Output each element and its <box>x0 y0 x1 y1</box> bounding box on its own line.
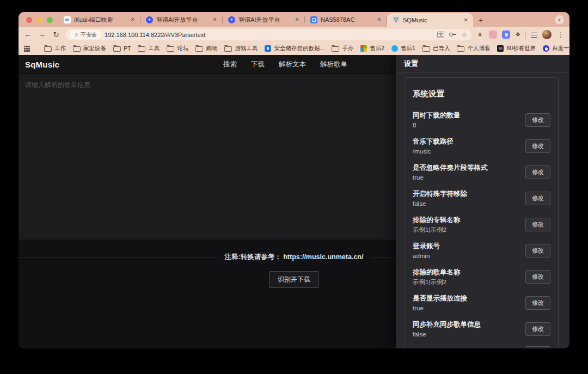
modify-button[interactable]: 修改 <box>525 270 550 284</box>
bookmark-item[interactable]: PT <box>113 45 131 52</box>
reading-list-icon[interactable] <box>531 32 537 38</box>
extension-icon[interactable] <box>502 30 510 39</box>
forward-icon[interactable]: → <box>37 30 47 39</box>
screenshot-extension-icon[interactable]: ⌗ <box>476 30 484 39</box>
tab-ikuai[interactable]: iK iKuai-端口映射 × <box>58 12 140 27</box>
setting-label: 开启特殊字符移除 <box>413 189 467 198</box>
setting-label: 同步补充同步歌单信息 <box>413 320 481 329</box>
nav-search[interactable]: 搜索 <box>223 60 237 69</box>
modify-button[interactable]: 修改 <box>525 346 550 348</box>
menu-dots-icon[interactable]: ⋮ <box>556 31 565 39</box>
address-bar-icons: 文 ☆ <box>437 31 467 39</box>
tab-zhipu-1[interactable]: ✦ 智谱AI开放平台 × <box>140 12 222 27</box>
setting-label: 排除的歌单名称 <box>413 268 461 277</box>
bookmarks-bar: 工作 家里设备 PT 工具 论坛 购物 游戏工具 安全储存您的数据... 手办 … <box>19 42 569 55</box>
setting-row-login-account: 登录账号 admin 修改 <box>413 242 550 260</box>
zoom-window-button[interactable] <box>47 17 53 23</box>
close-tab-icon[interactable]: × <box>463 17 469 23</box>
folder-icon <box>332 46 339 52</box>
bookmark-label: 售后2 <box>370 45 384 52</box>
reload-icon[interactable]: ↻ <box>51 30 61 39</box>
bookmark-label: 购物 <box>206 45 217 52</box>
close-tab-icon[interactable]: × <box>376 16 382 23</box>
recognize-download-button[interactable]: 识别并下载 <box>269 271 319 288</box>
extensions-puzzle-icon[interactable]: ❖ <box>515 31 520 38</box>
minimize-window-button[interactable] <box>36 17 42 23</box>
bookmark-item[interactable]: 论坛 <box>167 45 188 52</box>
modify-button[interactable]: 修改 <box>525 139 550 153</box>
security-chip[interactable]: ⚠ 不安全 <box>70 30 101 39</box>
bookmark-item[interactable]: 购物 <box>195 45 217 52</box>
setting-value: false <box>413 330 481 338</box>
bookmark-item[interactable]: 个人博客 <box>457 45 490 52</box>
bookmark-label: 售后1 <box>401 45 415 52</box>
folder-icon <box>138 46 145 52</box>
setting-row-excluded-albums: 排除的专辑名称 示例1|示例2 修改 <box>413 216 550 234</box>
modify-button[interactable]: 修改 <box>525 192 550 205</box>
setting-value: admin <box>413 252 440 260</box>
site-favicon <box>265 45 271 52</box>
tab-zhipu-2[interactable]: ✦ 智谱AI开放平台 × <box>223 12 304 27</box>
setting-label: 登录账号 <box>413 242 440 250</box>
bookmark-item[interactable]: 百度一下，你就知道 <box>543 45 569 52</box>
browser-window: iK iKuai-端口映射 × ✦ 智谱AI开放平台 × ✦ 智谱AI开放平台 … <box>19 12 569 348</box>
tab-search-chevron-icon[interactable]: ∨ <box>555 15 564 24</box>
bookmark-item[interactable]: 6060秒看世界 <box>497 45 536 52</box>
bookmark-item[interactable]: 游戏工具 <box>224 45 258 52</box>
bookmark-label: 论坛 <box>177 45 188 52</box>
tab-sqmusic-active[interactable]: SQMusic × <box>387 13 473 27</box>
setting-row-excluded-playlists: 排除的歌单名称 示例1|示例2 修改 <box>413 268 550 286</box>
bookmark-label: 60秒看世界 <box>506 45 536 52</box>
note-url[interactable]: https://music.unmeta.cn/ <box>283 253 363 261</box>
password-key-icon[interactable] <box>449 32 456 37</box>
setting-value: 8 <box>413 121 461 129</box>
modify-button[interactable]: 修改 <box>525 244 550 257</box>
translate-icon[interactable]: 文 <box>437 32 444 38</box>
nav-parse-playlist[interactable]: 解析歌单 <box>320 60 347 69</box>
extension-icon[interactable] <box>489 30 497 39</box>
modify-button[interactable]: 修改 <box>525 113 550 127</box>
bookmark-item[interactable]: 售后2 <box>360 45 384 52</box>
close-tab-icon[interactable]: × <box>130 16 136 23</box>
bookmark-item[interactable]: 工具 <box>138 45 160 52</box>
bookmark-item[interactable]: 手办 <box>332 45 353 52</box>
toolbar-separator <box>525 31 526 39</box>
folder-icon <box>167 46 174 52</box>
setting-label: 音乐下载路径 <box>413 137 454 146</box>
modify-button[interactable]: 修改 <box>525 296 550 310</box>
bookmark-item[interactable]: 工作 <box>44 45 66 52</box>
nas-favicon <box>310 16 317 23</box>
nav-parse-text[interactable]: 解析文本 <box>279 60 306 69</box>
back-icon[interactable]: ← <box>23 30 33 39</box>
note-text: 注释:转换请参考： https://music.unmeta.cn/ <box>225 253 364 262</box>
new-tab-button[interactable]: + <box>473 16 488 24</box>
bookmark-item[interactable]: 家里设备 <box>73 45 106 52</box>
modify-button[interactable]: 修改 <box>525 322 550 336</box>
nav-download[interactable]: 下载 <box>251 60 265 69</box>
folder-icon <box>113 46 121 52</box>
profile-avatar[interactable] <box>542 30 552 39</box>
tab-nas[interactable]: NAS5878AC × <box>305 12 387 27</box>
setting-row-ignore-accompaniment: 是否忽略伴奏片段等格式 true 修改 <box>413 163 550 181</box>
close-tab-icon[interactable]: × <box>212 16 218 23</box>
apps-grid-icon[interactable] <box>24 46 30 52</box>
modify-button[interactable]: 修改 <box>525 218 550 231</box>
bookmark-star-icon[interactable]: ☆ <box>461 31 467 39</box>
close-window-button[interactable] <box>26 17 32 23</box>
web-page: SqMusic 搜索 下载 解析文本 解析歌单 请输入解析的歌单信息 注释:转换… <box>19 55 569 348</box>
url-text[interactable]: 192.168.100.114:8222/#/V3Parsertext <box>105 32 434 38</box>
settings-card: 系统设置 同时下载的数量 8 修改 音乐下载路径 /music 修改 <box>405 77 559 348</box>
close-tab-icon[interactable]: × <box>294 16 300 23</box>
screenshot-root: iK iKuai-端口映射 × ✦ 智谱AI开放平台 × ✦ 智谱AI开放平台 … <box>0 0 588 374</box>
bookmark-item[interactable]: 售后1 <box>391 45 415 52</box>
modify-button[interactable]: 修改 <box>525 165 550 179</box>
site-favicon: 60 <box>497 45 504 52</box>
address-bar[interactable]: ⚠ 不安全 192.168.100.114:8222/#/V3Parsertex… <box>65 29 471 40</box>
folder-icon <box>195 46 203 52</box>
folder-icon <box>224 46 232 52</box>
bookmark-item[interactable]: 安全储存您的数据... <box>265 45 324 52</box>
bookmark-label: 安全储存您的数据... <box>274 45 324 52</box>
tab-title: SQMusic <box>403 17 460 23</box>
setting-label: 是否忽略伴奏片段等格式 <box>413 163 488 172</box>
bookmark-item[interactable]: 已导入 <box>422 45 450 52</box>
